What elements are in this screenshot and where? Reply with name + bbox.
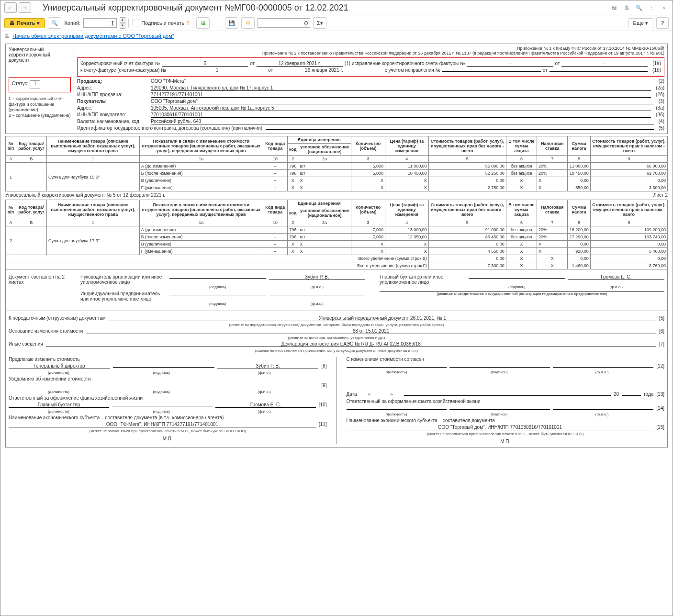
print-button[interactable]: 🖶 Печать ▾ bbox=[4, 18, 45, 28]
signatures-section: Документ составлен на 2 листах Руководит… bbox=[5, 269, 668, 311]
copies-label: Копий: bbox=[64, 20, 80, 26]
copies-input[interactable] bbox=[83, 18, 117, 28]
copies-down[interactable]: ▾ bbox=[120, 23, 125, 29]
nav-forward-button[interactable]: → bbox=[19, 2, 31, 13]
help-small-icon: ? bbox=[186, 20, 189, 26]
invoice-header-box: Корректировочный счет-фактура № 5 от 12 … bbox=[77, 57, 664, 77]
more-button[interactable]: Еще ▾ bbox=[628, 18, 653, 28]
edo-icon: 🖶 bbox=[4, 33, 10, 39]
doc-type-label: Универсальный корректировочный документ bbox=[9, 47, 71, 63]
sign-button[interactable]: Подпись и печать ? bbox=[128, 18, 193, 28]
note-2: Приложение № 2 к постановлению Правитель… bbox=[77, 51, 664, 56]
printer-icon: 🖶 bbox=[10, 20, 15, 26]
sum-input[interactable] bbox=[258, 18, 310, 28]
help-button[interactable]: ? bbox=[656, 17, 669, 29]
sigma-button[interactable]: Σ▾ bbox=[313, 17, 326, 29]
nav-back-button[interactable]: ← bbox=[4, 2, 17, 13]
preview-button[interactable]: 🔍 bbox=[48, 17, 61, 29]
window-title: Универсальный корректировочный документ … bbox=[43, 3, 606, 13]
excel-button[interactable]: ⊞ bbox=[196, 17, 210, 29]
copies-up[interactable]: ▴ bbox=[120, 17, 125, 23]
chevron-down-icon: ▾ bbox=[37, 20, 40, 26]
items-table-1: № п/пКод товара/ работ, услуг Наименован… bbox=[5, 136, 668, 191]
status-box: Статус: 1 bbox=[9, 77, 71, 92]
sign-checkbox[interactable] bbox=[133, 20, 139, 26]
disk-button[interactable]: 💾 bbox=[225, 17, 238, 29]
close-icon[interactable]: × bbox=[659, 3, 669, 12]
pin-icon[interactable]: ⋮ bbox=[647, 3, 656, 12]
print-icon[interactable]: 🖶 bbox=[622, 3, 631, 12]
bottom-section: К передаточным (отгрузочным) документамУ… bbox=[5, 311, 668, 448]
save-icon[interactable]: 🖫 bbox=[609, 3, 619, 12]
status-legend: 1 – корректировочный счет-фактура и согл… bbox=[9, 96, 71, 119]
preview-icon[interactable]: 🔍 bbox=[634, 3, 644, 12]
mail-button[interactable]: ✉ bbox=[241, 17, 255, 29]
note-1: Приложение № 1 к письму ФНС России от 17… bbox=[77, 46, 664, 51]
edo-link[interactable]: Начать обмен электронными документами с … bbox=[12, 33, 174, 39]
status-value: 1 bbox=[30, 80, 40, 89]
items-table-2: № п/пКод товара/ работ, услуг Наименован… bbox=[5, 200, 668, 269]
